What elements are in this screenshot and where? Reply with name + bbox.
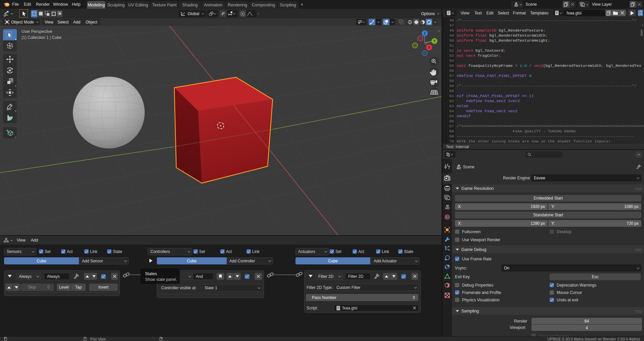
svg-text:Y: Y [433,39,436,43]
svg-text:1: 1 [638,11,640,13]
svg-text:2: 2 [638,13,640,15]
svg-text:Z: Z [424,32,426,35]
svg-text:X: X [428,46,430,49]
